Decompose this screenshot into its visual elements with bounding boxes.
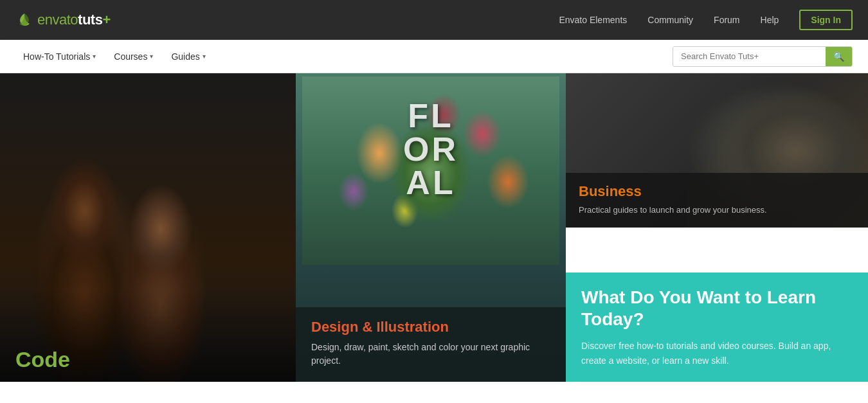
signin-button[interactable]: Sign In	[799, 10, 853, 30]
courses-label: Courses	[114, 51, 147, 62]
nav-link-community[interactable]: Community	[647, 15, 693, 25]
search-icon: 🔍	[833, 51, 844, 62]
floral-text-overlay: FLORAL	[403, 99, 458, 199]
floral-illustration: FLORAL	[296, 73, 566, 265]
business-content: Business Practical guides to launch and …	[566, 173, 868, 228]
search-input[interactable]	[673, 47, 826, 66]
panel-design-illustration[interactable]: FLORAL Design & Illustration Design, dra…	[296, 73, 566, 382]
design-title: Design & Illustration	[311, 319, 550, 336]
main-content-grid: Code FLORAL Design & Illustration Design…	[0, 73, 868, 403]
cta-description: Discover free how-to tutorials and video…	[581, 339, 853, 368]
nav-link-help[interactable]: Help	[761, 15, 779, 25]
business-description: Practical guides to launch and grow your…	[579, 204, 855, 217]
chevron-down-icon: ▾	[150, 53, 153, 60]
nav-courses[interactable]: Courses ▾	[106, 48, 161, 66]
search-bar: 🔍	[673, 46, 853, 67]
search-button[interactable]: 🔍	[826, 47, 852, 66]
top-nav-links: Envato Elements Community Forum Help Sig…	[559, 10, 853, 30]
cta-title: What Do You Want to Learn Today?	[581, 287, 853, 330]
nav-link-envato-elements[interactable]: Envato Elements	[559, 15, 627, 25]
nav-guides[interactable]: Guides ▾	[163, 48, 213, 66]
envato-leaf-icon	[15, 11, 33, 29]
top-navigation: envatotuts+ Envato Elements Community Fo…	[0, 0, 868, 40]
right-bottom-col: Photo & Video Learn how to capture your …	[566, 228, 868, 382]
panel-cta[interactable]: What Do You Want to Learn Today? Discove…	[566, 273, 868, 382]
code-label: Code	[15, 347, 70, 372]
business-title: Business	[579, 183, 855, 200]
logo-text: envatotuts+	[37, 12, 111, 28]
nav-how-to-tutorials[interactable]: How-To Tutorials ▾	[15, 48, 104, 66]
secondary-nav-links: How-To Tutorials ▾ Courses ▾ Guides ▾	[15, 48, 213, 66]
guides-label: Guides	[171, 51, 199, 62]
nav-link-forum[interactable]: Forum	[714, 15, 739, 25]
design-overlay: Design & Illustration Design, draw, pain…	[296, 307, 566, 382]
how-to-tutorials-label: How-To Tutorials	[23, 51, 90, 62]
logo[interactable]: envatotuts+	[15, 11, 111, 29]
panel-people-code[interactable]: Code	[0, 73, 296, 382]
design-description: Design, draw, paint, sketch and color yo…	[311, 341, 550, 368]
panel-business[interactable]: Business Practical guides to launch and …	[566, 73, 868, 228]
secondary-navigation: How-To Tutorials ▾ Courses ▾ Guides ▾ 🔍	[0, 40, 868, 73]
chevron-down-icon: ▾	[93, 53, 96, 60]
people-illustration	[0, 73, 296, 382]
chevron-down-icon: ▾	[203, 53, 206, 60]
